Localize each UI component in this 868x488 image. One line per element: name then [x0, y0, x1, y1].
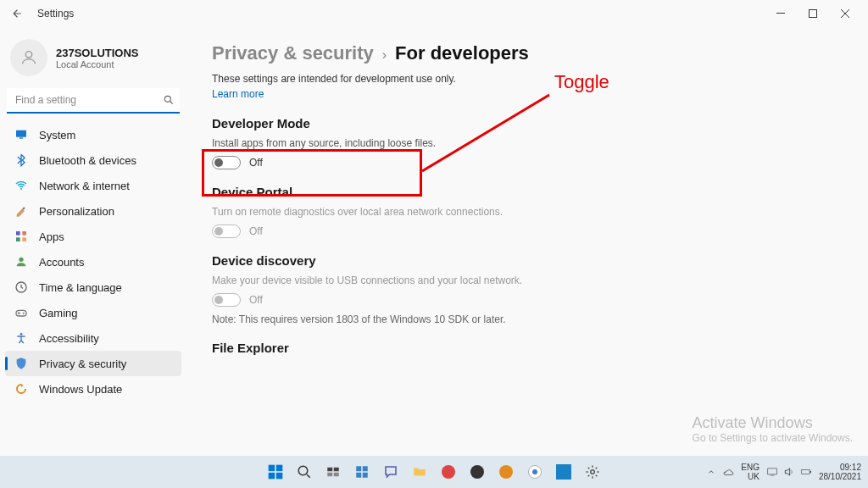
section-desc: Install apps from any source, including …: [212, 137, 851, 149]
file-explorer-section: File Explorer: [212, 341, 851, 355]
minimize-button[interactable]: [765, 2, 797, 25]
sidebar-item-accounts[interactable]: Accounts: [5, 249, 181, 274]
system-tray[interactable]: [722, 466, 734, 478]
taskbar-app-5[interactable]: [551, 459, 576, 485]
svg-rect-25: [334, 473, 339, 477]
taskbar-app-2[interactable]: [465, 459, 490, 485]
toggle-state: Off: [249, 157, 263, 169]
search-button[interactable]: [292, 459, 317, 485]
svg-point-31: [470, 465, 484, 479]
display-icon: [14, 127, 29, 142]
accounts-icon: [14, 254, 29, 269]
apps-icon: [14, 229, 29, 244]
file-explorer-button[interactable]: [407, 459, 432, 485]
svg-point-30: [442, 465, 455, 479]
device-discovery-section: Device discovery Make your device visibl…: [212, 253, 851, 325]
widgets-button[interactable]: [349, 459, 375, 485]
sidebar-item-label: Bluetooth & devices: [39, 154, 136, 167]
search-input[interactable]: [14, 93, 158, 107]
svg-rect-23: [334, 468, 339, 472]
sidebar-item-privacy-security[interactable]: Privacy & security: [5, 351, 181, 376]
intro-text: These settings are intended for developm…: [212, 73, 851, 85]
device-discovery-toggle[interactable]: [212, 293, 241, 307]
breadcrumb: Privacy & security › For developers: [212, 42, 851, 64]
sidebar-item-label: Personalization: [39, 205, 114, 218]
svg-rect-28: [356, 473, 361, 478]
sidebar-item-apps[interactable]: Apps: [5, 224, 181, 249]
person-icon: [19, 48, 38, 67]
section-title: Developer Mode: [212, 116, 851, 130]
chat-button[interactable]: [378, 459, 403, 485]
clock[interactable]: 09:12 28/10/2021: [819, 463, 861, 481]
sidebar-item-time-language[interactable]: Time & language: [5, 274, 181, 300]
battery-tray-icon[interactable]: [800, 466, 812, 478]
app-icon: [498, 464, 514, 480]
app-icon: [441, 464, 456, 480]
search-box[interactable]: [7, 88, 180, 114]
watermark-sub: Go to Settings to activate Windows.: [693, 432, 853, 444]
avatar: [10, 39, 47, 76]
sidebar-item-label: Accounts: [39, 256, 84, 269]
developer-mode-section: Developer Mode Install apps from any sou…: [212, 116, 851, 169]
language-indicator[interactable]: ENG UK: [741, 463, 760, 481]
tray-chevron-up-icon[interactable]: [707, 468, 715, 476]
sidebar-item-network[interactable]: Network & internet: [5, 173, 181, 198]
toggle-state: Off: [249, 225, 263, 237]
maximize-icon: [809, 9, 817, 18]
close-button[interactable]: [829, 2, 861, 25]
learn-more-link[interactable]: Learn more: [212, 88, 264, 100]
chrome-icon: [527, 464, 542, 480]
sidebar-item-label: Windows Update: [39, 383, 122, 396]
sidebar-item-windows-update[interactable]: Windows Update: [5, 376, 181, 402]
svg-rect-22: [327, 468, 332, 472]
start-button[interactable]: [263, 459, 288, 485]
search-icon: [163, 94, 175, 106]
section-desc: Turn on remote diagnostics over local ar…: [212, 206, 851, 218]
widgets-icon: [354, 464, 370, 480]
task-view-button[interactable]: [320, 459, 346, 485]
svg-point-3: [164, 96, 170, 102]
svg-rect-17: [269, 465, 275, 472]
taskbar-app-4[interactable]: [522, 459, 548, 485]
svg-rect-29: [363, 473, 368, 478]
maximize-button[interactable]: [797, 2, 829, 25]
minimize-icon: [776, 9, 785, 18]
svg-rect-18: [276, 465, 283, 472]
network-tray-icon[interactable]: [766, 466, 778, 478]
section-title: File Explorer: [212, 341, 851, 355]
volume-tray-icon[interactable]: [783, 466, 795, 478]
onedrive-icon: [722, 466, 734, 478]
close-icon: [841, 9, 849, 18]
sidebar-item-gaming[interactable]: Gaming: [5, 300, 181, 325]
svg-point-6: [20, 188, 22, 190]
activate-windows-watermark: Activate Windows Go to Settings to activ…: [693, 414, 853, 444]
taskbar-app-3[interactable]: [493, 459, 519, 485]
annotation-text: Toggle: [554, 71, 609, 93]
sidebar-item-accessibility[interactable]: Accessibility: [5, 325, 181, 351]
svg-rect-24: [327, 473, 332, 477]
developer-mode-toggle[interactable]: [212, 156, 241, 169]
folder-icon: [412, 464, 427, 480]
svg-rect-39: [810, 471, 811, 473]
sidebar-item-personalization[interactable]: Personalization: [5, 198, 181, 224]
titlebar: Settings: [0, 0, 868, 27]
taskbar-app-settings[interactable]: [580, 459, 605, 485]
nav-list: System Bluetooth & devices Network & int…: [5, 122, 181, 402]
svg-point-2: [25, 52, 31, 58]
update-icon: [14, 381, 29, 396]
breadcrumb-parent[interactable]: Privacy & security: [212, 42, 374, 64]
account-block[interactable]: 237SOLUTIONS Local Account: [5, 34, 181, 88]
svg-rect-38: [802, 470, 810, 474]
windows-logo-icon: [267, 463, 284, 480]
svg-point-36: [591, 470, 595, 474]
svg-rect-35: [556, 464, 571, 480]
taskbar-app-1[interactable]: [436, 459, 461, 485]
breadcrumb-current: For developers: [395, 42, 529, 64]
sidebar-item-system[interactable]: System: [5, 122, 181, 147]
sidebar-item-label: Apps: [39, 230, 64, 243]
svg-rect-10: [22, 237, 26, 241]
back-button[interactable]: [7, 3, 27, 24]
sidebar-item-bluetooth[interactable]: Bluetooth & devices: [5, 147, 181, 173]
svg-rect-37: [768, 469, 777, 474]
device-portal-toggle[interactable]: [212, 225, 241, 238]
